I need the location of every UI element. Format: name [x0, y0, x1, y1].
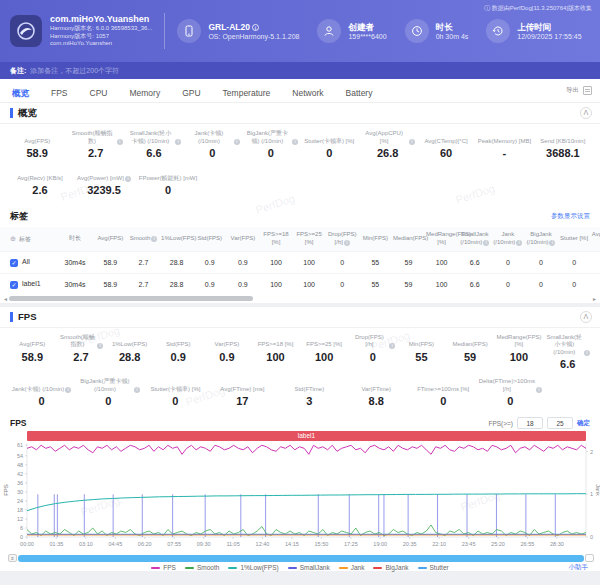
column-header: FPS>=18 [%] — [259, 227, 292, 251]
tab-battery[interactable]: Battery — [346, 88, 373, 98]
scroll-right-arrow-icon[interactable]: ▸ — [593, 295, 596, 303]
value-cell: 55 — [359, 273, 392, 295]
stat-label-text: 1%Low(FPS) — [112, 341, 147, 349]
info-icon[interactable]: i — [234, 139, 240, 145]
legend-label: Stutter — [430, 564, 449, 571]
stat-item: FPS>=25 [%]100 — [300, 334, 349, 371]
scroll-left-arrow-icon[interactable]: ◂ — [4, 295, 7, 303]
info-icon[interactable]: i — [409, 139, 415, 145]
scrollbar-menu-icon[interactable]: ≡ — [8, 554, 17, 562]
stat-item: 1%Low(FPS)28.8 — [105, 334, 154, 371]
info-icon[interactable]: i — [516, 240, 522, 246]
report-header: ⓘ 数据由PerfDog[11.3.250764]版本收集 com.miHoYo… — [0, 0, 600, 62]
tab-cpu[interactable]: CPU — [90, 88, 108, 98]
axis-tick-label: 61 — [17, 442, 23, 448]
info-icon[interactable]: i — [584, 350, 590, 356]
chart-scrollbar-handle[interactable] — [585, 554, 594, 562]
legend-item-stutter[interactable]: Stutter — [418, 564, 449, 571]
chart-horizontal-scrollbar[interactable]: ≡ — [8, 554, 594, 562]
tab-memory[interactable]: Memory — [129, 88, 160, 98]
note-input[interactable] — [30, 67, 330, 74]
column-header-text: Var(FPS) — [231, 235, 256, 241]
legend-item-fps[interactable]: FPS — [151, 564, 176, 571]
info-icon[interactable]: i — [97, 343, 103, 349]
chart-scrollbar-track[interactable] — [18, 555, 584, 562]
table-row[interactable]: ✓All30m4s58.92.728.80.90.910010005559100… — [0, 251, 600, 273]
scrollbar-thumb[interactable] — [9, 296, 253, 301]
info-icon[interactable]: i — [483, 240, 489, 246]
info-icon[interactable]: i — [65, 387, 71, 393]
fps-chart-title: FPS — [10, 418, 27, 428]
column-header: MedRange(FPS)[%] — [425, 227, 458, 251]
value-cell: 100 — [293, 273, 326, 295]
legend-item-smooth[interactable]: Smooth — [185, 564, 219, 571]
stat-label-text: FPower(帧能耗) [mW] — [139, 175, 197, 183]
info-icon[interactable]: i — [151, 236, 157, 242]
info-icon[interactable]: i — [292, 139, 298, 145]
scrollbar-track[interactable] — [9, 296, 591, 301]
collapse-fps-button[interactable]: ᐱ — [580, 311, 592, 323]
tab-network[interactable]: Network — [292, 88, 323, 98]
parameter-display-settings-link[interactable]: 参数显示设置 — [551, 212, 590, 221]
value-cell: 2.7 — [127, 273, 160, 295]
value-cell: 0 — [558, 251, 591, 273]
add-label-icon[interactable]: ⊕ — [10, 235, 16, 242]
info-icon[interactable]: i — [134, 387, 140, 393]
device-info-icon[interactable]: i — [252, 24, 259, 31]
axis-tick-label: 20:35 — [403, 541, 417, 547]
column-header: 1%Low(FPS) — [160, 227, 193, 251]
duration-label: 时长 — [436, 22, 469, 34]
fps-threshold-input-2[interactable] — [547, 417, 573, 429]
fps-line-chart[interactable]: 06121824303642485461FPS012Jank00:0001:35… — [0, 441, 600, 549]
info-icon[interactable]: i — [175, 139, 181, 145]
stat-item: Avg(FPS)58.9 — [8, 130, 66, 159]
info-icon[interactable]: i — [117, 139, 123, 145]
fps-chart-controls: FPS FPS(>=) 确定 — [0, 413, 600, 431]
tab-fps[interactable]: FPS — [51, 88, 68, 98]
stat-item: FPS>=18 [%]100 — [251, 334, 300, 371]
series-1lowfps — [27, 494, 586, 511]
tab-gpu[interactable]: GPU — [182, 88, 200, 98]
info-icon[interactable]: i — [536, 387, 542, 393]
collector-note: ⓘ 数据由PerfDog[11.3.250764]版本收集 — [484, 4, 592, 13]
chart-legend: FPSSmooth1%Low(FPS)SmallJankJankBigJankS… — [0, 564, 600, 571]
axis-tick-label: 42 — [17, 471, 23, 477]
info-icon[interactable]: i — [389, 343, 395, 349]
axis-tick-label: 12 — [17, 516, 23, 522]
assistant-link[interactable]: 小助手 — [569, 563, 589, 572]
legend-item-bigjank[interactable]: BigJank — [373, 564, 408, 571]
tab-[interactable]: 概览 — [12, 88, 29, 98]
checkbox-checked-icon[interactable]: ✓ — [10, 281, 18, 289]
info-icon[interactable]: i — [344, 240, 350, 246]
table-row[interactable]: ✓label130m4s58.92.728.80.90.910010005559… — [0, 273, 600, 295]
label-name: label1 — [22, 280, 41, 287]
export-button[interactable]: 导出 — [566, 86, 579, 95]
stat-value: 8.8 — [345, 395, 408, 407]
column-header-text: 标签 — [19, 236, 31, 242]
layout-panel-icon[interactable] — [583, 86, 592, 95]
value-cell: 30m4s — [56, 251, 94, 273]
table-horizontal-scrollbar[interactable]: ◂ ▸ — [0, 295, 600, 303]
tab-temperature[interactable]: Temperature — [223, 88, 271, 98]
duration-value: 0h 30m 4s — [436, 33, 469, 40]
threshold-confirm-button[interactable]: 确定 — [577, 419, 590, 428]
stat-label-text: Std(FPS) — [166, 341, 191, 349]
label-name: All — [22, 258, 30, 265]
axis-tick-label: 14:15 — [285, 541, 299, 547]
info-icon[interactable]: i — [125, 176, 131, 182]
column-header: Median(FPS) — [392, 227, 425, 251]
axis-tick-label: 30 — [17, 489, 23, 495]
checkbox-checked-icon[interactable]: ✓ — [10, 259, 18, 267]
legend-item-1lowfps[interactable]: 1%Low(FPS) — [228, 564, 278, 571]
collapse-overview-button[interactable]: ᐱ — [580, 107, 592, 119]
stat-item: Peak(Memory) [MB]- — [475, 130, 533, 159]
column-header-text: FPS>=18 [%] — [263, 231, 288, 245]
info-icon[interactable]: i — [549, 240, 555, 246]
legend-item-smalljank[interactable]: SmallJank — [288, 564, 330, 571]
legend-item-jank[interactable]: Jank — [339, 564, 365, 571]
column-header: FPS>=25 [%] — [293, 227, 326, 251]
stat-value: 100 — [496, 351, 541, 363]
stat-label-text: FPS>=18 [%] — [258, 341, 294, 349]
stat-value: 58.9 — [10, 351, 55, 363]
fps-threshold-input-1[interactable] — [517, 417, 543, 429]
